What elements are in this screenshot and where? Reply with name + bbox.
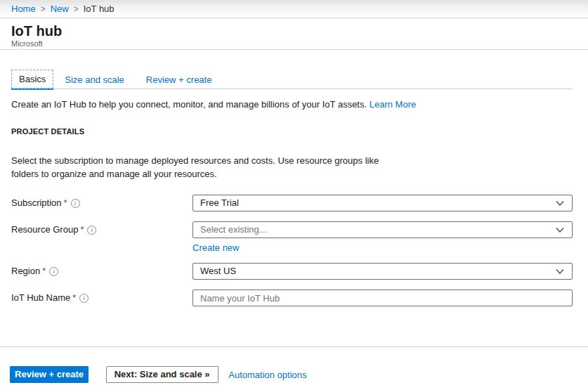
resource-group-label: Resource Group*i bbox=[11, 221, 192, 235]
breadcrumb-separator: > bbox=[74, 4, 79, 14]
chevron-down-icon bbox=[556, 227, 564, 233]
create-new-link[interactable]: Create new bbox=[192, 242, 239, 253]
required-asterisk: * bbox=[64, 197, 67, 208]
info-icon[interactable]: i bbox=[79, 294, 89, 303]
required-asterisk: * bbox=[72, 292, 76, 303]
region-label: Region*i bbox=[11, 263, 192, 276]
info-icon[interactable]: i bbox=[87, 226, 96, 235]
publisher-label: Microsoft bbox=[11, 39, 577, 48]
subscription-row: Subscription*i Free Trial bbox=[11, 195, 573, 212]
region-select[interactable]: West US bbox=[192, 263, 573, 280]
region-row: Region*i West US bbox=[11, 263, 573, 280]
automation-options-link[interactable]: Automation options bbox=[228, 370, 306, 380]
project-details-heading: PROJECT DETAILS bbox=[11, 127, 573, 136]
region-value: West US bbox=[200, 266, 236, 276]
tab-review-create[interactable]: Review + create bbox=[139, 71, 219, 89]
review-create-button[interactable]: Review + create bbox=[10, 366, 89, 383]
breadcrumb-link-new[interactable]: New bbox=[51, 4, 69, 14]
subscription-value: Free Trial bbox=[200, 197, 239, 208]
info-icon[interactable]: i bbox=[71, 199, 80, 208]
required-asterisk: * bbox=[80, 224, 84, 235]
iot-hub-name-row: IoT Hub Name*i bbox=[11, 290, 573, 306]
resource-group-placeholder: Select existing... bbox=[200, 224, 267, 235]
required-asterisk: * bbox=[42, 266, 46, 276]
tab-bar: Basics Size and scale Review + create bbox=[11, 70, 573, 89]
breadcrumb: Home>New>IoT hub bbox=[0, 0, 588, 18]
section-description: Select the subscription to manage deploy… bbox=[11, 154, 394, 181]
chevron-down-icon bbox=[556, 268, 564, 275]
resource-group-select[interactable]: Select existing... bbox=[192, 221, 573, 238]
iot-hub-name-field bbox=[192, 290, 573, 306]
intro-text: Create an IoT Hub to help you connect, m… bbox=[11, 99, 367, 110]
tab-size-and-scale[interactable]: Size and scale bbox=[58, 71, 131, 89]
tab-content-basics: Create an IoT Hub to help you connect, m… bbox=[0, 89, 588, 306]
learn-more-link[interactable]: Learn More bbox=[370, 99, 416, 110]
resource-group-row: Resource Group*i Select existing... Crea… bbox=[11, 221, 573, 253]
subscription-label: Subscription*i bbox=[11, 195, 192, 208]
iot-hub-name-label: IoT Hub Name*i bbox=[11, 290, 192, 303]
next-size-and-scale-button[interactable]: Next: Size and scale » bbox=[106, 366, 218, 383]
breadcrumb-link-home[interactable]: Home bbox=[11, 4, 36, 14]
info-icon[interactable]: i bbox=[49, 267, 58, 276]
breadcrumb-current: IoT hub bbox=[84, 4, 115, 14]
iot-hub-name-input[interactable] bbox=[200, 290, 565, 306]
subscription-select[interactable]: Free Trial bbox=[192, 195, 573, 212]
page-title: IoT hub bbox=[11, 23, 577, 39]
chevron-down-icon bbox=[556, 200, 564, 207]
page-header: IoT hub Microsoft bbox=[0, 18, 588, 50]
tab-basics[interactable]: Basics bbox=[11, 70, 53, 89]
breadcrumb-separator: > bbox=[41, 4, 46, 14]
footer-action-bar: Review + create Next: Size and scale » A… bbox=[0, 346, 588, 383]
